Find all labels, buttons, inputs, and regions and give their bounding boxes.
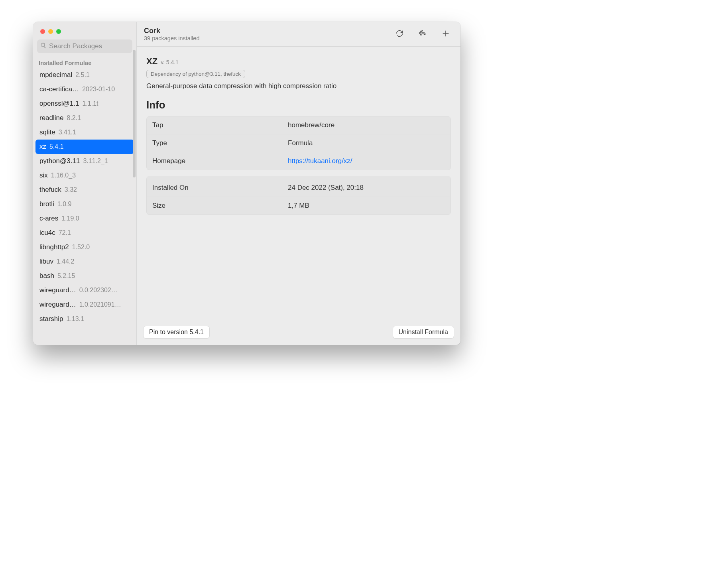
package-list-name: c-ares xyxy=(39,215,58,222)
faucet-icon xyxy=(418,29,427,39)
package-list-version: 0.0.202302… xyxy=(79,287,118,294)
package-list-name: xz xyxy=(39,143,46,151)
app-subtitle: 39 packages installed xyxy=(144,35,384,42)
package-list-name: sqlite xyxy=(39,128,55,136)
package-list-version: 1.16.0_3 xyxy=(51,172,76,179)
sidebar-item[interactable]: readline8.2.1 xyxy=(35,111,134,125)
info-row: TypeFormula xyxy=(147,134,451,152)
info-value-link[interactable]: https://tukaani.org/xz/ xyxy=(288,157,445,165)
info-key: Installed On xyxy=(152,184,288,192)
info-value: Formula xyxy=(288,139,445,147)
package-list-name: python@3.11 xyxy=(39,157,80,165)
info-group: Taphomebrew/coreTypeFormulaHomepagehttps… xyxy=(146,116,451,170)
package-list-version: 3.32 xyxy=(65,186,77,193)
sidebar-item[interactable]: ca-certifica…2023-01-10 xyxy=(35,82,134,96)
package-list-name: ca-certifica… xyxy=(39,85,79,93)
tap-button[interactable] xyxy=(415,27,430,42)
package-list-version: 5.4.1 xyxy=(49,143,64,150)
sidebar-item[interactable]: mpdecimal2.5.1 xyxy=(35,68,134,82)
package-list-name: six xyxy=(39,171,48,179)
detail-content: XZ v. 5.4.1 Dependency of python@3.11, t… xyxy=(137,47,460,321)
package-list-version: 3.41.1 xyxy=(59,129,76,136)
fullscreen-window-button[interactable] xyxy=(56,29,61,34)
package-list-version: 2.5.1 xyxy=(75,71,90,79)
package-list-name: libuv xyxy=(39,258,53,266)
sidebar-item[interactable]: six1.16.0_3 xyxy=(35,168,134,183)
minimize-window-button[interactable] xyxy=(48,29,53,34)
sidebar-item[interactable]: python@3.113.11.2_1 xyxy=(35,154,134,168)
package-list-name: wireguard… xyxy=(39,301,76,309)
package-list-version: 1.0.9 xyxy=(57,201,72,208)
package-list-version: 72.1 xyxy=(59,229,71,236)
close-window-button[interactable] xyxy=(40,29,45,34)
refresh-icon xyxy=(395,29,404,39)
package-list-version: 3.11.2_1 xyxy=(83,158,108,165)
pin-button[interactable]: Pin to version 5.4.1 xyxy=(143,326,210,339)
info-value: homebrew/core xyxy=(288,121,445,129)
package-list-version: 1.0.2021091… xyxy=(79,301,121,308)
sidebar-item[interactable]: icu4c72.1 xyxy=(35,226,134,240)
app-window: Installed Formulae mpdecimal2.5.1ca-cert… xyxy=(33,22,460,345)
package-list-name: thefuck xyxy=(39,186,61,194)
package-list-name: bash xyxy=(39,272,54,280)
plus-icon xyxy=(441,29,450,39)
package-name: XZ xyxy=(146,56,157,67)
sidebar-item[interactable]: libuv1.44.2 xyxy=(35,254,134,269)
info-row: Size1,7 MB xyxy=(147,197,451,215)
footer: Pin to version 5.4.1 Uninstall Formula xyxy=(137,321,460,345)
info-row: Taphomebrew/core xyxy=(147,116,451,134)
package-list-name: libnghttp2 xyxy=(39,243,69,251)
sidebar-item[interactable]: wireguard…0.0.202302… xyxy=(35,283,134,297)
app-title: Cork xyxy=(144,27,384,35)
package-list-name: icu4c xyxy=(39,229,55,237)
sidebar-item[interactable]: xz5.4.1 xyxy=(35,140,134,154)
sidebar: Installed Formulae mpdecimal2.5.1ca-cert… xyxy=(33,22,137,345)
info-key: Type xyxy=(152,139,288,147)
sidebar-item[interactable]: sqlite3.41.1 xyxy=(35,125,134,140)
info-key: Tap xyxy=(152,121,288,129)
dependency-badge: Dependency of python@3.11, thefuck xyxy=(146,70,245,78)
package-list-version: 5.2.15 xyxy=(57,272,75,280)
window-controls xyxy=(33,22,136,39)
info-value: 24 Dec 2022 (Sat), 20:18 xyxy=(288,184,445,192)
sidebar-item[interactable]: wireguard…1.0.2021091… xyxy=(35,297,134,312)
sidebar-section-header: Installed Formulae xyxy=(33,55,136,68)
info-value: 1,7 MB xyxy=(288,202,445,210)
scrollbar-thumb[interactable] xyxy=(133,50,136,177)
package-list-version: 2023-01-10 xyxy=(82,86,115,93)
package-list-version: 1.1.1t xyxy=(83,100,98,107)
sidebar-item[interactable]: openssl@1.11.1.1t xyxy=(35,96,134,111)
package-list[interactable]: mpdecimal2.5.1ca-certifica…2023-01-10ope… xyxy=(33,68,136,345)
package-list-name: mpdecimal xyxy=(39,71,72,79)
sidebar-item[interactable]: c-ares1.19.0 xyxy=(35,211,134,226)
toolbar: Cork 39 packages installed xyxy=(137,22,460,47)
package-description: General-purpose data compression with hi… xyxy=(146,82,451,90)
info-key: Size xyxy=(152,202,288,210)
info-heading: Info xyxy=(146,99,451,111)
sidebar-item[interactable]: libnghttp21.52.0 xyxy=(35,240,134,254)
main-pane: Cork 39 packages installed XZ xyxy=(137,22,460,345)
sidebar-item[interactable]: thefuck3.32 xyxy=(35,183,134,197)
sidebar-item[interactable]: starship1.13.1 xyxy=(35,312,134,326)
uninstall-button[interactable]: Uninstall Formula xyxy=(393,326,454,339)
package-list-name: starship xyxy=(39,315,63,323)
package-list-name: brotli xyxy=(39,200,54,208)
package-list-name: readline xyxy=(39,114,64,122)
package-list-version: 8.2.1 xyxy=(67,114,81,122)
package-list-name: openssl@1.1 xyxy=(39,100,79,108)
info-row: Homepagehttps://tukaani.org/xz/ xyxy=(147,152,451,170)
package-list-version: 1.52.0 xyxy=(72,244,90,251)
add-button[interactable] xyxy=(438,27,453,42)
info-row: Installed On24 Dec 2022 (Sat), 20:18 xyxy=(147,179,451,197)
search-input[interactable] xyxy=(49,42,129,50)
search-icon xyxy=(40,42,47,50)
package-list-name: wireguard… xyxy=(39,286,76,294)
sidebar-item[interactable]: bash5.2.15 xyxy=(35,269,134,283)
package-list-version: 1.13.1 xyxy=(67,315,84,323)
search-field[interactable] xyxy=(37,39,132,53)
refresh-button[interactable] xyxy=(392,27,407,42)
sidebar-item[interactable]: brotli1.0.9 xyxy=(35,197,134,211)
info-group: Installed On24 Dec 2022 (Sat), 20:18Size… xyxy=(146,176,451,215)
info-table: Taphomebrew/coreTypeFormulaHomepagehttps… xyxy=(146,116,451,221)
package-version: v. 5.4.1 xyxy=(161,59,179,65)
